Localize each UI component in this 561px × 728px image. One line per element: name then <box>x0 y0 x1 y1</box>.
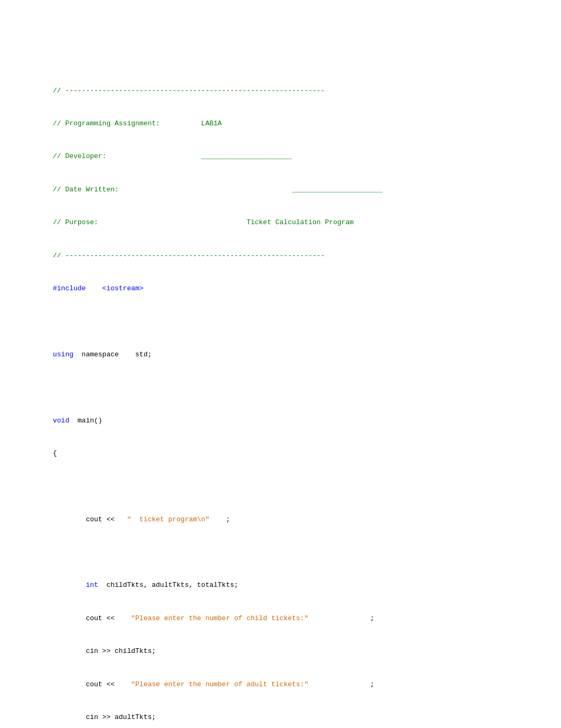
normal: cin >> childTkts; <box>53 647 156 655</box>
code-line: // Date Written: ______________________ <box>53 185 508 196</box>
code-line: // -------------------------------------… <box>53 251 508 262</box>
normal: cout << <box>53 680 131 688</box>
comment: // -------------------------------------… <box>53 252 325 260</box>
code-line: cout << "Please enter the number of adul… <box>53 679 508 690</box>
keyword: int <box>86 581 98 589</box>
normal: ; <box>308 614 375 622</box>
code-line: // Developer: ______________________ <box>53 151 508 162</box>
code-line: cin >> childTkts; <box>53 646 508 657</box>
normal: childTkts, adultTkts, totalTkts; <box>98 581 238 589</box>
normal: cin >> adultTkts; <box>53 713 156 721</box>
normal: main() <box>69 417 102 425</box>
preprocessor: #include <iostream> <box>53 284 144 292</box>
string: "Please enter the number of adult ticket… <box>131 680 308 688</box>
string: "Please enter the number of child ticket… <box>131 614 308 622</box>
comment: // Date Written: ______________________ <box>53 186 382 193</box>
lab1a-code: // -------------------------------------… <box>53 63 508 728</box>
code-line: #include <iostream> <box>53 283 508 294</box>
normal <box>53 581 86 589</box>
comment: // -------------------------------------… <box>53 87 325 95</box>
code-line: using namespace std; <box>53 349 508 361</box>
comment: // Programming Assignment: LAB1A <box>53 119 222 127</box>
normal: namespace std; <box>73 351 152 358</box>
code-line: int childTkts, adultTkts, totalTkts; <box>53 580 508 591</box>
blank-line <box>53 481 508 492</box>
code-line: { <box>53 448 508 459</box>
normal: cout << <box>53 614 131 622</box>
normal: { <box>53 449 57 457</box>
code-line: cout << " ticket program\n" ; <box>53 514 508 526</box>
blank-line <box>53 382 508 393</box>
code-line: // Purpose: Ticket Calculation Program <box>53 217 508 228</box>
code-line: void main() <box>53 416 508 427</box>
lab1a-section: // -------------------------------------… <box>53 63 508 728</box>
code-line: cout << "Please enter the number of chil… <box>53 613 508 624</box>
code-line: // -------------------------------------… <box>53 86 508 97</box>
comment: // Developer: ______________________ <box>53 152 292 160</box>
blank-line <box>53 547 508 558</box>
normal: ; <box>308 680 375 688</box>
code-line: cin >> adultTkts; <box>53 712 508 723</box>
normal: ; <box>209 515 230 523</box>
keyword: void <box>53 417 69 425</box>
keyword: using <box>53 351 73 358</box>
code-line: // Programming Assignment: LAB1A <box>53 118 508 130</box>
page-container: // -------------------------------------… <box>53 63 508 728</box>
blank-line <box>53 316 508 327</box>
string: " ticket program\n" <box>127 515 209 523</box>
normal: cout << <box>53 515 127 523</box>
comment: // Purpose: Ticket Calculation Program <box>53 218 354 226</box>
